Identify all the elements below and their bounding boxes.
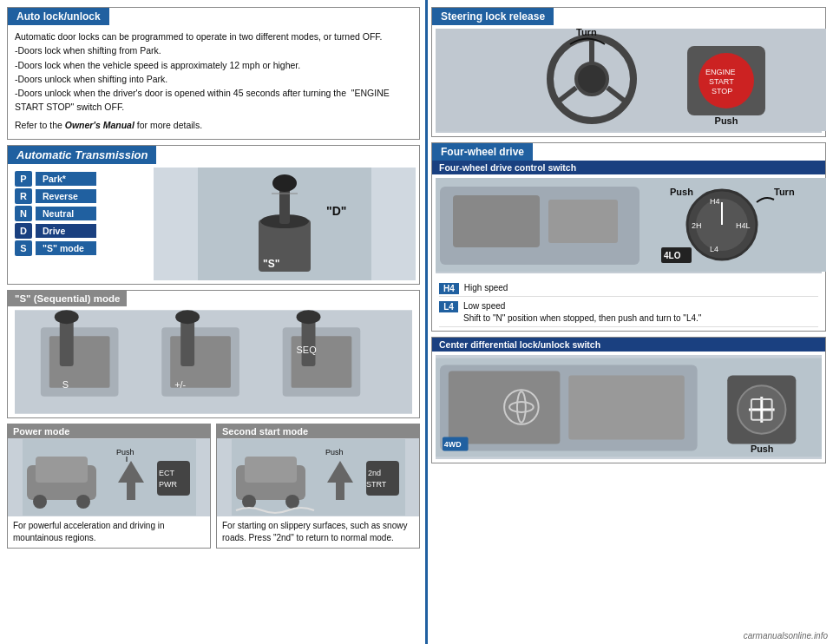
center-diff-section: Center differential lock/unlock switch — [431, 337, 826, 463]
power-mode-header: Power mode — [8, 424, 210, 438]
svg-text:STRT: STRT — [366, 480, 387, 489]
legend-row-l4: L4 Low speedShift to "N" position when s… — [439, 299, 818, 327]
gear-table: P Park* R Reverse N Neutral D Drive — [11, 168, 150, 280]
svg-point-28 — [76, 495, 90, 509]
steering-lock-header: Steering lock release — [432, 8, 554, 25]
svg-text:4WD: 4WD — [444, 440, 462, 449]
steering-lock-svg: Turn ENGINE START STOP Push — [436, 29, 826, 131]
svg-text:S: S — [62, 379, 69, 390]
svg-rect-11 — [60, 319, 74, 366]
svg-text:ECT: ECT — [159, 469, 175, 477]
watermark: carmanualsonline.info — [744, 631, 828, 641]
gear-letter-s: S — [15, 240, 32, 256]
svg-text:Push: Push — [670, 187, 693, 197]
four-wheel-drive-section: Four-wheel drive Four-wheel drive contro… — [431, 142, 826, 332]
second-start-image: 2nd STRT Push — [217, 438, 419, 516]
power-mode-image: ECT PWR Push — [8, 438, 210, 516]
svg-point-22 — [297, 310, 321, 324]
power-mode-box: Power mode ECT — [7, 424, 211, 549]
svg-rect-10 — [49, 336, 110, 388]
svg-text:ENGINE: ENGINE — [705, 68, 736, 76]
bottom-modes: Power mode ECT — [7, 424, 420, 549]
power-mode-svg: ECT PWR Push — [23, 439, 196, 516]
second-start-header: Second start mode — [217, 424, 419, 438]
right-column: Steering lock release Turn ENGIN — [425, 0, 833, 644]
left-column: Auto lock/unlock Automatic door locks ca… — [0, 0, 425, 644]
svg-point-4 — [272, 174, 297, 192]
steering-lock-section: Steering lock release Turn ENGIN — [431, 7, 826, 137]
at-content: P Park* R Reverse N Neutral D Drive — [8, 164, 419, 284]
svg-text:4LO: 4LO — [664, 251, 681, 260]
gear-letter-d: D — [15, 223, 32, 239]
h4-badge: H4 — [439, 283, 459, 294]
svg-rect-26 — [36, 457, 88, 483]
svg-text:L4: L4 — [710, 245, 718, 253]
svg-point-17 — [175, 310, 200, 324]
svg-text:Turn: Turn — [576, 29, 597, 37]
gear-shifter-svg: "D" "S" — [198, 168, 371, 280]
automatic-transmission-header: Automatic Transmission — [8, 146, 156, 164]
gear-letter-p: P — [15, 171, 32, 187]
svg-text:Push: Push — [116, 448, 134, 457]
auto-lock-line1: Automatic door locks can be programmed t… — [15, 30, 412, 43]
auto-lock-line2: -Doors lock when shifting from Park. — [15, 43, 412, 57]
gear-row-n: N Neutral — [15, 206, 147, 221]
gear-name-s: "S" mode — [36, 241, 96, 255]
auto-lock-header: Auto lock/unlock — [8, 8, 109, 25]
gear-letter-n: N — [15, 206, 32, 221]
auto-lock-section: Auto lock/unlock Automatic door locks ca… — [7, 7, 420, 140]
svg-rect-30 — [127, 483, 135, 500]
svg-point-39 — [242, 495, 256, 509]
svg-text:2nd: 2nd — [368, 469, 381, 477]
gear-name-n: Neutral — [36, 207, 96, 220]
svg-rect-21 — [302, 319, 316, 366]
svg-rect-63 — [548, 200, 618, 243]
gear-image-area: "D" "S" — [154, 168, 416, 280]
svg-rect-38 — [245, 457, 297, 483]
svg-text:Push: Push — [325, 448, 344, 457]
svg-text:H4L: H4L — [736, 221, 751, 230]
svg-rect-78 — [568, 375, 685, 439]
gear-row-d: D Drive — [15, 223, 147, 239]
page-container: Auto lock/unlock Automatic door locks ca… — [0, 0, 833, 644]
svg-text:+/-: +/- — [174, 379, 186, 390]
gear-name-r: Reverse — [36, 189, 96, 203]
svg-rect-42 — [336, 483, 344, 500]
gear-row-p: P Park* — [15, 171, 147, 187]
svg-rect-16 — [180, 319, 194, 366]
h4-text: High speed — [464, 282, 508, 294]
second-start-svg: 2nd STRT Push — [232, 439, 405, 516]
svg-text:Push: Push — [715, 115, 738, 126]
svg-rect-62 — [453, 195, 540, 247]
svg-point-40 — [285, 495, 299, 509]
four-wheel-svg: H4 L4 2H H4L 4LO Push Turn — [436, 178, 826, 272]
svg-point-12 — [55, 310, 79, 324]
four-wheel-image: H4 L4 2H H4L 4LO Push Turn — [436, 178, 822, 273]
four-wheel-drive-header: Four-wheel drive — [432, 143, 533, 161]
second-start-mode-box: Second start mode — [216, 424, 420, 549]
svg-text:STOP: STOP — [712, 87, 732, 95]
svg-point-27 — [33, 495, 47, 509]
gear-letter-r: R — [15, 188, 32, 204]
svg-text:2H: 2H — [692, 221, 702, 230]
auto-lock-line3: -Doors lock when the vehicle speed is ap… — [15, 58, 412, 72]
s-mode-header: "S" (Sequential) mode — [8, 291, 127, 306]
auto-lock-content: Automatic door locks can be programmed t… — [8, 25, 419, 139]
gear-row-r: R Reverse — [15, 188, 147, 204]
second-start-caption: For starting on slippery surfaces, such … — [217, 516, 419, 548]
auto-lock-line4: -Doors unlock when shifting into Park. — [15, 72, 412, 86]
power-mode-caption: For powerful acceleration and driving in… — [8, 516, 210, 548]
svg-text:Turn: Turn — [774, 187, 795, 197]
gear-row-s: S "S" mode — [15, 240, 147, 256]
svg-text:Push: Push — [751, 444, 774, 454]
svg-rect-43 — [366, 461, 399, 496]
l4-badge: L4 — [439, 301, 458, 312]
four-wheel-control-switch-header: Four-wheel drive control switch — [432, 161, 825, 174]
s-mode-content: S +/- SEQ — [8, 306, 419, 417]
svg-text:"S": "S" — [263, 258, 279, 270]
center-diff-header: Center differential lock/unlock switch — [432, 338, 825, 352]
gear-name-d: Drive — [36, 224, 96, 238]
svg-text:SEQ: SEQ — [297, 345, 317, 355]
automatic-transmission-section: Automatic Transmission P Park* R Reverse… — [7, 145, 420, 285]
auto-lock-line5: -Doors unlock when the driver's door is … — [15, 86, 412, 115]
